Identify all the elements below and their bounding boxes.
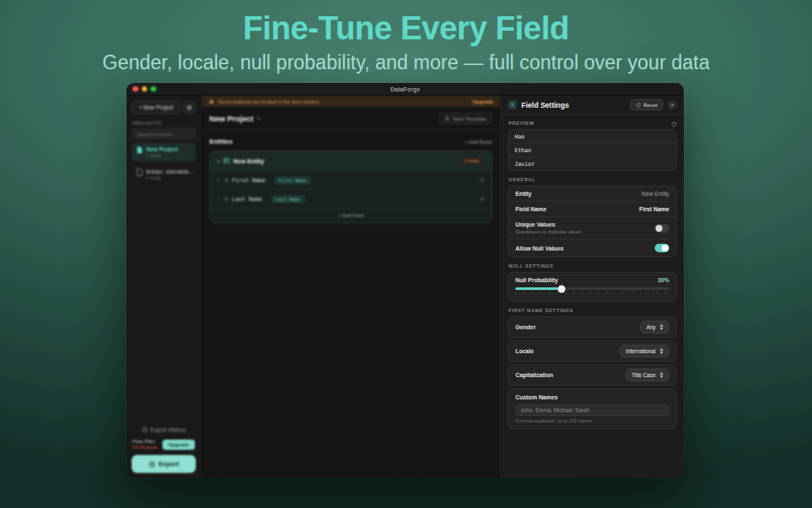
hero: Fine-Tune Every Field Gender, locale, nu… <box>0 10 812 74</box>
grid-icon: ▦ <box>186 104 192 110</box>
project-title: New Project <box>209 115 254 123</box>
table-icon <box>223 157 230 164</box>
templates-button[interactable]: ▦ <box>183 101 196 114</box>
close-panel-button[interactable]: ✕ <box>668 100 677 109</box>
export-history-label: Export History <box>150 427 185 433</box>
locale-select[interactable]: International <box>620 345 669 357</box>
plan-name: Free Plan <box>132 439 157 444</box>
first-name-settings-section-label: FIRST NAME SETTINGS <box>509 308 676 313</box>
entity-card: ▾ New Entity 2 fields ≡ <box>209 151 492 223</box>
plan-row: Free Plan 2/2 Projects Upgrade <box>132 439 195 450</box>
gender-label: Gender <box>515 324 536 330</box>
unique-values-subtext: Guarantees no duplicate values <box>515 229 581 234</box>
minimize-window-button[interactable] <box>142 86 148 92</box>
preview-value: Ethan <box>509 144 676 157</box>
custom-names-input[interactable] <box>515 405 669 416</box>
window-controls <box>132 83 156 95</box>
lock-icon <box>444 115 450 121</box>
person-icon <box>224 178 229 183</box>
field-row[interactable]: ≡ Last Name Last Name ⚙ <box>210 189 491 208</box>
drag-handle-icon[interactable]: ≡ <box>217 178 221 183</box>
unique-values-row: Unique Values Guarantees no duplicate va… <box>509 217 676 239</box>
save-template-button[interactable]: Save Template <box>438 113 492 124</box>
search-projects-input[interactable] <box>132 128 196 139</box>
null-probability-slider[interactable] <box>509 286 676 301</box>
field-type-badge: Last Name <box>271 195 305 204</box>
export-history-button[interactable]: Export History <box>132 423 196 436</box>
warning-icon <box>209 98 215 104</box>
projects-section-label: PROJECTS <box>132 121 195 126</box>
allow-null-row: Allow Null Values <box>509 239 676 257</box>
field-row[interactable]: ≡ First Name First Name ⚙ <box>210 170 491 189</box>
custom-names-card: Custom Names Comma-separated, up to 100 … <box>508 388 677 429</box>
hero-subtitle: Gender, locale, null probability, and mo… <box>0 51 812 74</box>
entity-header[interactable]: ▾ New Entity 2 fields <box>210 151 491 170</box>
updown-chevron-icon <box>660 324 663 330</box>
gender-setting-row: Gender Any <box>508 316 677 338</box>
field-type-badge: First Name <box>274 176 311 185</box>
save-template-label: Save Template <box>452 116 486 121</box>
reset-label: Reset <box>644 103 657 108</box>
capitalization-label: Capitalization <box>515 372 553 378</box>
project-item[interactable]: testuju_userasda... 6 fields <box>132 165 196 184</box>
project-name: testuju_userasda... <box>146 168 193 174</box>
entity-setting-row: Entity New Entity <box>509 186 676 202</box>
person-icon <box>508 100 517 109</box>
field-settings-panel: Field Settings Reset ✕ PRE <box>500 96 684 478</box>
updown-chevron-icon <box>660 372 663 378</box>
upgrade-button[interactable]: Upgrade <box>162 440 195 450</box>
project-item-selected[interactable]: New Project 2 fields <box>132 143 196 162</box>
add-field-button[interactable]: + Add Field <box>210 208 491 222</box>
free-version-banner: Some features are limited in the free ve… <box>202 96 500 107</box>
unique-values-label: Unique Values <box>515 222 581 227</box>
capitalization-select[interactable]: Title Case <box>626 369 669 381</box>
project-name: New Project <box>146 146 178 152</box>
document-icon <box>136 146 143 154</box>
reset-icon <box>636 103 641 108</box>
close-window-button[interactable] <box>132 86 138 92</box>
gender-select[interactable]: Any <box>640 321 669 334</box>
reset-button[interactable]: Reset <box>630 99 663 110</box>
slider-fill <box>515 287 562 290</box>
null-settings-section-label: NULL SETTINGS <box>509 263 676 269</box>
banner-upgrade-link[interactable]: Upgrade <box>473 99 493 104</box>
gear-icon[interactable]: ⚙ <box>480 196 485 203</box>
maximize-window-button[interactable] <box>150 86 156 92</box>
download-icon <box>149 461 156 468</box>
project-meta: 2 fields <box>146 153 178 158</box>
unique-values-toggle[interactable] <box>655 224 669 233</box>
plan-usage: 2/2 Projects <box>132 445 157 450</box>
capitalization-value: Title Case <box>632 372 656 378</box>
entity-name: New Entity <box>233 158 264 164</box>
null-probability-value: 30% <box>657 277 669 283</box>
sidebar: + New Project ▦ PROJECTS New Project 2 f… <box>127 96 202 478</box>
allow-null-toggle[interactable] <box>655 244 669 252</box>
add-entity-button[interactable]: + Add Entity <box>465 139 492 145</box>
panel-title: Field Settings <box>521 101 569 109</box>
entities-section-label: Entities <box>209 138 232 145</box>
locale-setting-row: Locale International <box>508 340 677 362</box>
drag-handle-icon[interactable]: ≡ <box>217 197 221 202</box>
marketing-background: Fine-Tune Every Field Gender, locale, nu… <box>0 0 812 508</box>
person-icon <box>224 197 229 202</box>
field-name-value: First Name <box>639 206 669 212</box>
new-project-button[interactable]: + New Project <box>132 101 180 114</box>
slider-ticks <box>515 292 669 294</box>
entity-value: New Entity <box>642 191 669 197</box>
clock-icon <box>142 427 148 433</box>
edit-icon[interactable]: ✎ <box>257 115 262 121</box>
refresh-icon[interactable] <box>671 121 677 127</box>
gear-icon[interactable]: ⚙ <box>480 177 485 184</box>
gender-value: Any <box>646 324 656 330</box>
panel-header: Field Settings Reset ✕ <box>501 96 684 115</box>
chevron-down-icon: ▾ <box>217 158 220 164</box>
field-name: Last Name <box>232 196 262 203</box>
locale-value: International <box>626 348 656 354</box>
custom-names-label: Custom Names <box>515 394 669 400</box>
project-header: New Project ✎ Save Template <box>202 107 500 131</box>
capitalization-setting-row: Capitalization Title Case <box>508 364 677 386</box>
slider-thumb[interactable] <box>558 285 566 292</box>
null-probability-label: Null Probability <box>515 277 558 283</box>
export-button[interactable]: Export <box>132 455 196 473</box>
field-count-badge: 2 fields <box>460 157 485 165</box>
